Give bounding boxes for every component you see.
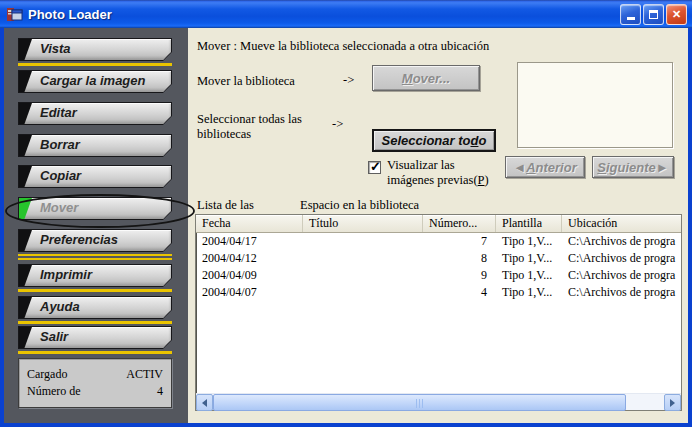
separator xyxy=(18,258,172,260)
minimize-button[interactable] xyxy=(620,4,641,25)
list-label: Lista de las xyxy=(197,198,254,213)
window-title: Photo Loader xyxy=(28,7,620,22)
left-arrow-icon: ◄ xyxy=(513,160,526,175)
column-header-numero[interactable]: Número... xyxy=(423,215,496,232)
table-row[interactable]: 2004/04/17 7 Tipo 1,V... C:\Archivos de … xyxy=(196,233,681,250)
column-header-fecha[interactable]: Fecha xyxy=(196,215,303,232)
sidebar-item-cargar-la-imagen[interactable]: Cargar la imagen xyxy=(18,70,172,93)
left-arrow-icon xyxy=(198,399,207,407)
table-row[interactable]: 2004/04/12 8 Tipo 1,V... C:\Archivos de … xyxy=(196,250,681,267)
status-value: ACTIV xyxy=(126,366,163,383)
sidebar-item-imprimir[interactable]: Imprimir xyxy=(18,264,172,287)
sidebar-item-mover[interactable]: Mover xyxy=(18,197,172,220)
scrollbar-grip-icon xyxy=(415,399,424,408)
sidebar-item-preferencias[interactable]: Preferencias xyxy=(18,229,172,252)
sidebar-item-vista[interactable]: Vista xyxy=(18,38,172,61)
table-row[interactable]: 2004/04/07 4 Tipo 1,V... C:\Archivos de … xyxy=(196,284,681,301)
check-icon: ✓ xyxy=(370,159,381,175)
app-icon xyxy=(6,6,23,23)
arrow-right-icon: -> xyxy=(343,73,354,88)
move-library-label: Mover la biblioteca xyxy=(197,74,295,89)
table-row[interactable]: 2004/04/09 9 Tipo 1,V... C:\Archivos de … xyxy=(196,267,681,284)
separator xyxy=(18,321,172,324)
close-button[interactable]: ✕ xyxy=(666,4,687,25)
sidebar-item-borrar[interactable]: Borrar xyxy=(18,134,172,157)
preview-pane xyxy=(517,62,673,148)
status-label: Cargado xyxy=(27,366,67,383)
preview-images-checkbox[interactable]: ✓ xyxy=(368,161,381,174)
preview-images-checkbox-label[interactable]: Visualizar las imágenes previas(P) xyxy=(387,158,489,188)
table-header-row: Fecha Título Número... Plantilla Ubicaci… xyxy=(196,215,681,233)
scrollbar-thumb[interactable] xyxy=(213,394,626,411)
right-arrow-icon xyxy=(670,399,679,407)
separator xyxy=(18,289,172,292)
arrow-right-icon: -> xyxy=(332,117,343,132)
page-title: Mover : Mueve la biblioteca seleccionada… xyxy=(197,39,489,54)
separator xyxy=(18,63,172,66)
scroll-left-button[interactable] xyxy=(196,394,213,411)
library-table: Fecha Título Número... Plantilla Ubicaci… xyxy=(195,214,682,411)
separator xyxy=(18,351,172,354)
minimize-icon xyxy=(627,17,635,20)
titlebar[interactable]: Photo Loader ✕ xyxy=(0,0,692,28)
mover-button[interactable]: Mover... xyxy=(372,65,480,91)
sidebar-item-editar[interactable]: Editar xyxy=(18,102,172,125)
status-value: 4 xyxy=(157,383,163,400)
siguiente-button[interactable]: Siguiente► xyxy=(592,156,674,178)
main-panel: Mover : Mueve la biblioteca seleccionada… xyxy=(188,28,688,423)
status-panel: Cargado ACTIV Número de 4 xyxy=(18,358,172,408)
maximize-button[interactable] xyxy=(643,4,664,25)
seleccionar-todo-button[interactable]: Seleccionar todo xyxy=(372,129,496,152)
sidebar-item-salir[interactable]: Salir xyxy=(18,326,172,349)
photo-loader-window: Photo Loader ✕ Vista Cargar la imagen xyxy=(0,0,692,427)
sidebar-item-ayuda[interactable]: Ayuda xyxy=(18,296,172,319)
select-all-label: Seleccionar todas las bibliotecas xyxy=(197,112,302,142)
horizontal-scrollbar[interactable] xyxy=(196,393,681,410)
close-icon: ✕ xyxy=(672,8,681,21)
status-label: Número de xyxy=(27,383,81,400)
sidebar: Vista Cargar la imagen Editar Borrar xyxy=(4,28,188,423)
column-header-plantilla[interactable]: Plantilla xyxy=(496,215,562,232)
anterior-button[interactable]: ◄Anterior xyxy=(505,156,585,178)
scroll-right-button[interactable] xyxy=(664,394,681,411)
maximize-icon xyxy=(649,10,658,19)
sidebar-item-copiar[interactable]: Copiar xyxy=(18,165,172,188)
column-header-titulo[interactable]: Título xyxy=(303,215,423,232)
right-arrow-icon: ► xyxy=(656,160,669,175)
column-header-ubicacion[interactable]: Ubicación xyxy=(562,215,681,232)
separator xyxy=(18,254,172,256)
space-label: Espacio en la biblioteca xyxy=(300,198,419,213)
